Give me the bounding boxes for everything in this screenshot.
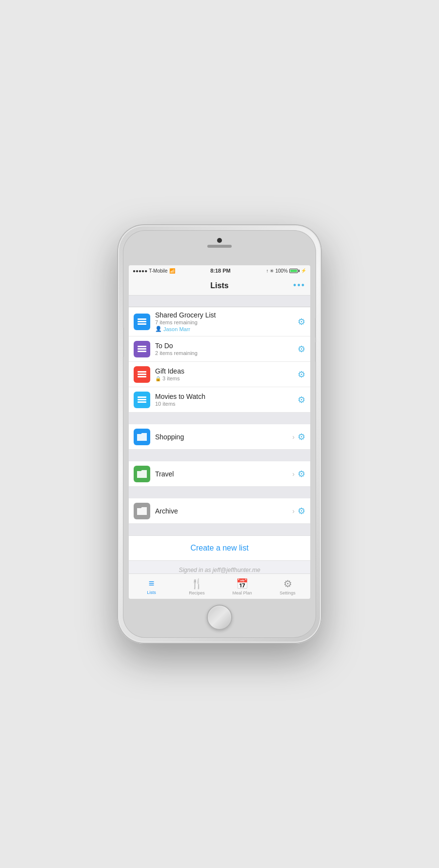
list-item-text-movies: Movies to Watch 10 items	[155, 393, 298, 407]
list-item-text-shared-grocery: Shared Grocery List 7 items remaining 👤 …	[155, 311, 298, 332]
list-icon-travel	[134, 466, 150, 482]
list-icon-archive	[134, 503, 150, 519]
tab-label-lists: Lists	[147, 590, 156, 595]
folder-svg-travel	[136, 469, 148, 479]
tab-icon-meal-plan: 📅	[236, 578, 248, 590]
power-button[interactable]	[123, 328, 124, 357]
icon-line	[138, 371, 146, 373]
camera	[217, 238, 222, 243]
more-options-button[interactable]: •••	[293, 280, 305, 291]
tab-meal-plan[interactable]: 📅 Meal Plan	[220, 574, 265, 599]
list-icon-todo	[134, 341, 150, 357]
status-right: ↑ ✳ 100% ⚡	[266, 268, 306, 274]
tab-bar: ≡ Lists 🍴 Recipes 📅 Meal Plan ⚙ Settings	[129, 573, 310, 599]
icon-line	[138, 323, 146, 325]
gear-button-travel[interactable]: ⚙	[298, 469, 305, 479]
list-title-todo: To Do	[155, 342, 298, 350]
list-item-text-todo: To Do 2 items remaining	[155, 342, 298, 356]
icon-lines	[138, 371, 146, 377]
charging-icon: ⚡	[301, 268, 306, 273]
lock-icon: 🔒	[155, 376, 161, 381]
icon-line	[138, 396, 146, 398]
tab-label-settings: Settings	[279, 591, 296, 595]
gear-button-shopping[interactable]: ⚙	[298, 432, 305, 442]
icon-line	[138, 374, 146, 375]
status-bar: ●●●●● T-Mobile 📶 8:18 PM ↑ ✳ 100% ⚡	[129, 265, 310, 276]
list-subtitle-gift-ideas: 🔒 3 items	[155, 375, 298, 381]
list-title-gift-ideas: Gift Ideas	[155, 367, 298, 375]
signed-in-text: Signed in as jeff@jeffhunter.me	[179, 567, 260, 573]
section-header-top	[129, 296, 310, 307]
list-content: Shared Grocery List 7 items remaining 👤 …	[129, 307, 310, 573]
tab-label-recipes: Recipes	[189, 591, 205, 595]
icon-line	[138, 321, 146, 322]
section-divider-3	[129, 487, 310, 498]
section-divider-1	[129, 413, 310, 424]
tab-label-meal-plan: Meal Plan	[232, 591, 252, 595]
speaker	[207, 245, 232, 248]
icon-line	[138, 318, 146, 320]
gear-button-archive[interactable]: ⚙	[298, 506, 305, 516]
tab-recipes[interactable]: 🍴 Recipes	[174, 574, 220, 599]
chevron-icon-archive: ›	[292, 507, 295, 515]
section-divider-bottom	[129, 524, 310, 535]
status-time: 8:18 PM	[210, 268, 231, 274]
chevron-icon-shopping: ›	[292, 433, 295, 441]
volume-up-button[interactable]	[315, 318, 316, 337]
tab-lists[interactable]: ≡ Lists	[129, 574, 174, 599]
gear-button-shared-grocery[interactable]: ⚙	[298, 316, 305, 327]
battery-tip	[299, 270, 299, 272]
home-button[interactable]	[207, 605, 232, 630]
chevron-icon-travel: ›	[292, 470, 295, 478]
list-item-text-travel: Travel	[155, 470, 292, 478]
list-item-gift-ideas[interactable]: Gift Ideas 🔒 3 items ⚙	[129, 362, 310, 387]
icon-line	[138, 399, 146, 400]
list-icon-movies	[134, 392, 150, 408]
gear-button-gift-ideas[interactable]: ⚙	[298, 369, 305, 380]
list-item-todo[interactable]: To Do 2 items remaining ⚙	[129, 336, 310, 362]
icon-line	[138, 348, 146, 350]
location-icon: ↑	[266, 268, 268, 274]
list-item-shared-grocery[interactable]: Shared Grocery List 7 items remaining 👤 …	[129, 307, 310, 336]
list-icon-shopping	[134, 429, 150, 445]
gear-button-todo[interactable]: ⚙	[298, 344, 305, 355]
gear-button-movies[interactable]: ⚙	[298, 395, 305, 405]
battery-body	[289, 269, 298, 273]
status-left: ●●●●● T-Mobile 📶	[133, 268, 175, 274]
icon-line	[138, 401, 146, 403]
list-item-shopping[interactable]: Shopping › ⚙	[129, 424, 310, 450]
nav-bar: Lists •••	[129, 276, 310, 296]
bluetooth-icon: ✳	[270, 268, 274, 274]
volume-down-button[interactable]	[315, 342, 316, 362]
list-item-movies[interactable]: Movies to Watch 10 items ⚙	[129, 387, 310, 413]
screen: ●●●●● T-Mobile 📶 8:18 PM ↑ ✳ 100% ⚡	[129, 265, 310, 599]
section-divider-2	[129, 450, 310, 461]
list-title-archive: Archive	[155, 507, 292, 515]
list-item-archive[interactable]: Archive › ⚙	[129, 498, 310, 524]
signal-dots: ●●●●●	[133, 268, 147, 274]
battery-icon	[289, 269, 299, 273]
icon-line	[138, 346, 146, 347]
create-list-button[interactable]: Create a new list	[190, 544, 248, 552]
list-subtitle-movies: 10 items	[155, 401, 298, 407]
list-item-text-archive: Archive	[155, 507, 292, 515]
list-item-text-shopping: Shopping	[155, 433, 292, 441]
wifi-icon: 📶	[169, 268, 175, 274]
icon-lines	[138, 318, 146, 325]
carrier-name: T-Mobile	[149, 268, 167, 274]
list-item-travel[interactable]: Travel › ⚙	[129, 461, 310, 487]
icon-lines	[138, 396, 146, 403]
folder-svg-archive	[136, 506, 148, 516]
icon-lines	[138, 346, 146, 352]
list-user-shared-grocery: 👤 Jason Marr	[155, 326, 298, 332]
folder-svg-shopping	[136, 432, 148, 442]
phone-device: ●●●●● T-Mobile 📶 8:18 PM ↑ ✳ 100% ⚡	[117, 224, 322, 644]
nav-title: Lists	[210, 281, 228, 290]
list-title-movies: Movies to Watch	[155, 393, 298, 400]
list-subtitle-shared-grocery: 7 items remaining	[155, 319, 298, 325]
list-icon-gift-ideas	[134, 366, 150, 383]
tab-icon-recipes: 🍴	[191, 578, 203, 590]
create-list-row[interactable]: Create a new list	[129, 535, 310, 560]
tab-settings[interactable]: ⚙ Settings	[265, 574, 310, 599]
list-icon-shared-grocery	[134, 314, 150, 330]
